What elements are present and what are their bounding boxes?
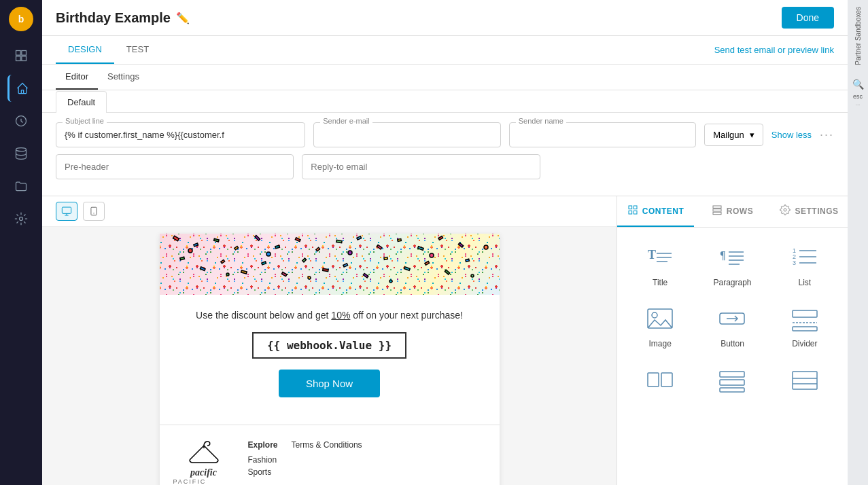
svg-rect-79 [793, 327, 817, 331]
app-logo[interactable]: b [9, 7, 33, 31]
sender-name-input[interactable] [509, 122, 696, 147]
svg-rect-26 [200, 267, 205, 271]
done-button[interactable]: Done [782, 7, 834, 29]
email-body: Use the discount below and get 10% off o… [160, 295, 500, 418]
content-item-button[interactable]: Button [696, 295, 768, 357]
svg-rect-55 [713, 209, 721, 211]
mailgun-select[interactable]: Mailgun ▾ [704, 124, 763, 146]
footer-brand-name: pacific [190, 467, 217, 478]
mailgun-label: Mailgun [713, 130, 744, 140]
extra-1-icon [643, 365, 677, 395]
svg-rect-18 [336, 240, 341, 242]
svg-rect-83 [720, 380, 744, 385]
shop-now-button[interactable]: Shop Now [279, 370, 380, 397]
send-test-link[interactable]: Send test email or preview link [714, 45, 834, 55]
footer-explore-label: Explore [248, 440, 278, 450]
svg-rect-23 [438, 236, 442, 240]
svg-text:¶: ¶ [720, 249, 726, 261]
sidebar-item-campaigns[interactable] [7, 75, 35, 102]
sidebar-item-dashboard[interactable] [7, 42, 35, 69]
content-item-extra-3[interactable] [769, 357, 841, 403]
pre-header-input[interactable] [56, 154, 294, 179]
reply-to-input[interactable] [302, 154, 540, 179]
email-header-image[interactable] [160, 234, 500, 295]
right-sidebar: Partner Sandboxes 🔍 esc ··· [848, 0, 868, 485]
panel-tab-content[interactable]: CONTENT [617, 196, 694, 227]
rows-icon [712, 204, 723, 217]
image-icon [643, 304, 677, 334]
sidebar-item-database[interactable] [7, 140, 35, 167]
email-preview-wrapper: Use the discount below and get 10% off o… [42, 196, 617, 485]
svg-rect-2 [16, 56, 21, 61]
content-item-extra-1[interactable] [624, 357, 696, 403]
svg-point-5 [16, 148, 27, 151]
edit-title-icon[interactable]: ✏️ [176, 12, 190, 24]
sender-name-group: Sender name [509, 122, 696, 147]
svg-point-48 [484, 245, 488, 249]
svg-rect-11 [193, 243, 198, 247]
svg-rect-24 [458, 242, 463, 247]
svg-rect-1 [22, 51, 27, 56]
tab-test[interactable]: TEST [114, 36, 161, 64]
sub-tab-settings[interactable]: Settings [98, 65, 149, 90]
content-item-divider[interactable]: Divider [769, 295, 841, 357]
sidebar-item-folders[interactable] [7, 173, 35, 200]
svg-point-47 [471, 274, 474, 277]
content-item-title-label: Title [653, 278, 667, 287]
content-item-paragraph-label: Paragraph [713, 278, 751, 287]
sender-email-group: Sender e-mail [313, 122, 500, 147]
sub-tab-editor[interactable]: Editor [56, 65, 98, 90]
sidebar: b [0, 0, 42, 485]
panel-tab-settings[interactable]: SETTINGS [771, 196, 848, 227]
footer-terms: Terms & Conditions [292, 440, 362, 450]
content-item-title[interactable]: T Title [624, 234, 696, 295]
svg-rect-19 [356, 236, 361, 240]
svg-rect-3 [22, 56, 27, 61]
mobile-view-button[interactable] [83, 202, 105, 221]
svg-rect-52 [629, 211, 632, 214]
footer-sports-link[interactable]: Sports [248, 467, 278, 477]
more-options-icon[interactable]: ··· [820, 128, 834, 142]
svg-point-57 [784, 209, 786, 211]
button-icon [715, 304, 749, 334]
list-icon: 1 2 3 [788, 242, 822, 272]
content-item-list[interactable]: 1 2 3 List [769, 234, 841, 295]
segment-tab-area: Default [42, 90, 848, 113]
content-item-paragraph[interactable]: ¶ Paragraph [696, 234, 768, 295]
content-grid-icon [627, 204, 638, 217]
svg-rect-53 [633, 211, 637, 214]
svg-rect-8 [91, 207, 97, 215]
segment-default-pill[interactable]: Default [56, 91, 107, 113]
svg-rect-12 [213, 238, 219, 242]
paragraph-icon: ¶ [715, 242, 749, 272]
svg-point-44 [348, 251, 352, 255]
svg-rect-0 [16, 51, 21, 56]
main-area: Birthday Example ✏️ Done DESIGN TEST Sen… [42, 0, 848, 485]
show-less-button[interactable]: Show less [771, 130, 812, 140]
desktop-view-button[interactable] [56, 202, 77, 221]
extra-3-icon [788, 365, 822, 395]
panel-tab-rows[interactable]: ROWS [694, 196, 771, 227]
email-body-text: Use the discount below and get 10% off o… [180, 308, 479, 323]
sender-email-input[interactable] [313, 122, 500, 147]
email-canvas: Use the discount below and get 10% off o… [160, 234, 500, 485]
extra-2-icon [715, 365, 749, 395]
partner-sandboxes-label: Partner Sandboxes [854, 7, 862, 65]
footer-terms-link[interactable]: Terms & Conditions [292, 440, 362, 450]
search-icon[interactable]: 🔍 [852, 79, 864, 90]
sidebar-item-integrations[interactable] [7, 205, 35, 232]
tab-design[interactable]: DESIGN [56, 36, 114, 64]
header: Birthday Example ✏️ Done [42, 0, 848, 36]
content-item-image[interactable]: Image [624, 295, 696, 357]
svg-point-43 [308, 276, 311, 279]
svg-rect-32 [322, 268, 328, 271]
footer-fashion-link[interactable]: Fashion [248, 455, 278, 465]
svg-rect-17 [315, 247, 319, 251]
svg-rect-20 [377, 245, 381, 249]
subject-line-input[interactable] [56, 122, 305, 147]
sub-tabs: Editor Settings [42, 65, 848, 90]
sidebar-item-analytics[interactable] [7, 107, 35, 134]
footer-brand-sub: PACIFIC APPAREL [173, 478, 235, 485]
sender-name-label: Sender name [516, 117, 566, 125]
content-item-extra-2[interactable] [696, 357, 768, 403]
